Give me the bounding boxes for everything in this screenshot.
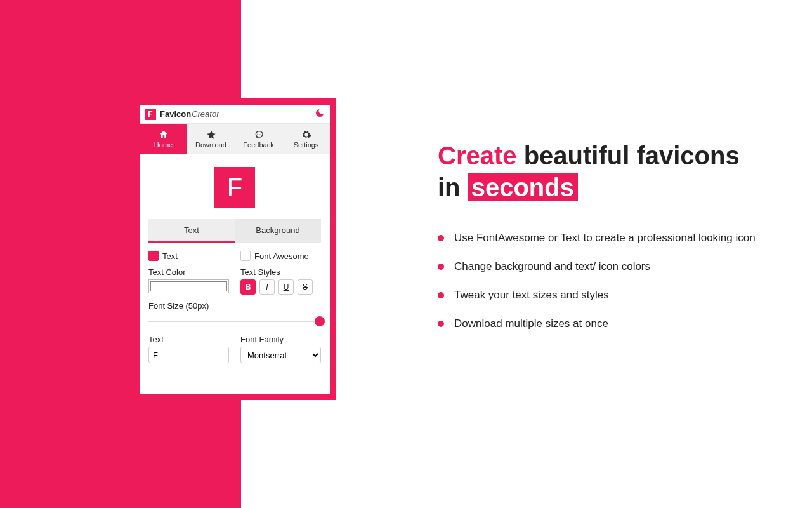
font-size-slider[interactable] (148, 316, 321, 327)
checkbox-fontawesome[interactable] (240, 251, 251, 261)
feature-item: Download multiple sizes at once (438, 317, 768, 331)
text-style-buttons: B I U S (240, 279, 321, 295)
feature-list: Use FontAwesome or Text to create a prof… (438, 231, 768, 331)
text-color-label: Text Color (148, 267, 229, 277)
font-size-label: Font Size (50px) (148, 301, 321, 311)
app-header: F Favicon Creator (140, 105, 330, 124)
tab-feedback[interactable]: Feedback (235, 124, 282, 154)
svg-point-0 (257, 134, 258, 135)
text-input[interactable] (148, 347, 229, 363)
text-color-input[interactable] (148, 279, 229, 293)
headline: Create beautiful favicons in seconds (438, 140, 768, 203)
text-input-label: Text (148, 335, 229, 344)
slider-thumb[interactable] (315, 316, 325, 326)
headline-create: Create (438, 142, 517, 170)
app-logo: F (145, 109, 156, 120)
main-tabs: Home Download Feedback Settings (140, 124, 330, 154)
tab-settings[interactable]: Settings (282, 124, 330, 154)
app-window: F Favicon Creator Home Download Feedback (133, 98, 336, 400)
preview-area: F (140, 154, 330, 219)
strikethrough-button[interactable]: S (298, 279, 313, 295)
svg-point-1 (259, 134, 259, 135)
feature-item: Tweak your text sizes and styles (438, 288, 768, 303)
option-fontawesome[interactable]: Font Awesome (240, 251, 321, 261)
tab-download-label: Download (195, 141, 226, 149)
tab-feedback-label: Feedback (243, 141, 273, 149)
brand-name-strong: Favicon (160, 109, 191, 119)
section-tab-text[interactable]: Text (148, 219, 235, 243)
chat-icon (254, 130, 264, 140)
section-tabs: Text Background (148, 219, 321, 243)
app-inner: F Favicon Creator Home Download Feedback (140, 105, 330, 394)
tab-home[interactable]: Home (140, 124, 187, 154)
option-fontawesome-label: Font Awesome (254, 251, 309, 261)
italic-button[interactable]: I (259, 279, 275, 295)
feature-item: Change background and text/ icon colors (438, 260, 768, 274)
tab-download[interactable]: Download (187, 124, 235, 154)
tab-home-label: Home (154, 141, 173, 149)
slider-track (148, 321, 321, 322)
font-family-label: Font Family (240, 335, 321, 344)
home-icon (159, 130, 169, 140)
option-text-label: Text (162, 251, 178, 261)
brand-name-italic: Creator (192, 109, 219, 119)
section-tab-background[interactable]: Background (235, 219, 321, 243)
dark-mode-toggle[interactable] (315, 108, 325, 121)
underline-button[interactable]: U (278, 279, 294, 295)
color-swatch (150, 281, 227, 291)
star-icon (206, 130, 216, 140)
text-form: Text Font Awesome Text Color Text Styles (140, 243, 330, 370)
favicon-preview: F (214, 167, 255, 208)
marketing-panel: Create beautiful favicons in seconds Use… (438, 140, 768, 345)
gear-icon (301, 130, 311, 140)
moon-icon (315, 108, 325, 118)
checkbox-text[interactable] (148, 251, 159, 261)
font-family-select[interactable]: Montserrat (240, 347, 321, 363)
feature-item: Use FontAwesome or Text to create a prof… (438, 231, 768, 246)
headline-seconds: seconds (468, 173, 578, 201)
text-styles-label: Text Styles (240, 267, 321, 277)
svg-point-2 (260, 134, 261, 135)
tab-settings-label: Settings (294, 141, 319, 149)
bold-button[interactable]: B (240, 279, 256, 295)
option-text[interactable]: Text (148, 251, 229, 261)
